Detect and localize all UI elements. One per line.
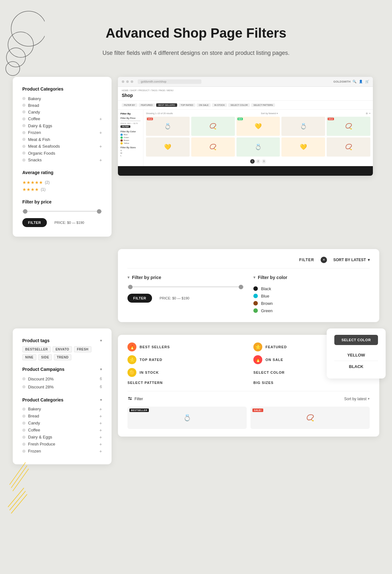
category-item-2[interactable]: Candy <box>22 421 99 425</box>
sort-by-latest[interactable]: SORT BY LATEST ▾ <box>333 258 370 262</box>
filter-price-thumb-left[interactable] <box>128 285 133 289</box>
category-item-2[interactable]: Fresh Produce <box>22 442 99 446</box>
filter-close-btn[interactable]: ✕ <box>321 257 327 263</box>
plus-icon-2[interactable]: + <box>99 428 102 433</box>
product-card-2[interactable]: 📿 <box>191 117 235 136</box>
product-card-1[interactable]: SALE 💍 <box>146 117 190 136</box>
color-option-yellow[interactable]: YELLOW <box>334 350 378 361</box>
sidebar-color-brown[interactable]: Brown <box>120 139 141 142</box>
page-3[interactable]: 3 <box>262 159 266 164</box>
filter-tag-featured[interactable]: FEATURED <box>139 103 155 107</box>
filter-tag-selectcolor[interactable]: SELECT COLOR <box>228 103 250 107</box>
campaign-item-2[interactable]: Discount 28% <box>22 385 54 389</box>
category-item[interactable]: Meat & Seafoods <box>22 144 99 149</box>
page-1[interactable]: 1 <box>250 159 255 164</box>
plus-icon[interactable]: + <box>99 158 102 163</box>
product-card-8[interactable]: 💍 <box>236 137 280 157</box>
category-item[interactable]: Snacks <box>22 158 99 162</box>
category-item-2[interactable]: Bread <box>22 414 99 418</box>
rating-row-4[interactable]: ★★★★ (1) <box>22 186 102 193</box>
product-card-9[interactable]: 💛 <box>281 137 325 157</box>
plus-icon-2[interactable]: + <box>99 449 102 454</box>
category-item-2[interactable]: Bakery <box>22 407 99 411</box>
plus-icon-2[interactable]: + <box>99 442 102 447</box>
browser-dot-1 <box>122 80 124 83</box>
filter-price-thumb-right[interactable] <box>239 285 243 289</box>
filter-tag-filterby[interactable]: FILTER BY <box>122 103 137 107</box>
plus-icon[interactable]: + <box>99 130 102 135</box>
tag-bestseller[interactable]: BESTSELLER <box>22 346 51 352</box>
tag-fresh[interactable]: FRESH <box>74 346 91 352</box>
tab-top-rated[interactable]: ⭐ TOP RATED <box>127 355 244 364</box>
list-view-icon[interactable]: ≡ <box>369 112 370 115</box>
filter-tag-instock[interactable]: IN STOCK <box>212 103 227 107</box>
tab-select-pattern[interactable]: SELECT PATTERN <box>127 381 244 385</box>
plus-icon-2[interactable]: + <box>99 421 102 426</box>
mini-product-1[interactable]: BESTSELLER 💍 <box>127 407 247 429</box>
tab-in-stock[interactable]: 🟡 IN STOCK <box>127 368 244 377</box>
sort-dropdown[interactable]: Sort by latest ▾ <box>344 397 370 401</box>
filter-button-panel1[interactable]: FILTER <box>22 218 47 227</box>
svg-line-13 <box>11 494 27 513</box>
filter-tag-onsale[interactable]: ON SALE <box>197 103 211 107</box>
category-item[interactable]: Candy <box>22 110 102 114</box>
color-option-row[interactable]: Green <box>253 307 370 314</box>
category-item-2[interactable]: Frozen <box>22 449 99 453</box>
sort-text[interactable]: Sort by Newest ▾ <box>261 112 278 115</box>
grid-view-icon[interactable]: ⊞ <box>366 112 368 115</box>
plus-icon[interactable]: + <box>99 116 102 121</box>
price-thumb-right[interactable] <box>97 209 101 214</box>
category-item[interactable]: Coffee <box>22 116 99 121</box>
price-thumb-left[interactable] <box>23 209 27 214</box>
sidebar-color-blue[interactable]: Blue <box>120 134 141 136</box>
sidebar-color-green[interactable]: Green <box>120 136 141 139</box>
cart-icon[interactable]: 🛒 <box>365 80 369 83</box>
category-item-2[interactable]: Coffee <box>22 428 99 432</box>
filter-tag-selectpattern[interactable]: SELECT PATTERN <box>251 103 275 107</box>
tag-side[interactable]: SIDE <box>38 354 52 360</box>
user-icon[interactable]: 👤 <box>359 80 363 83</box>
tag-trend[interactable]: TREND <box>54 354 71 360</box>
plus-icon[interactable]: + <box>99 144 102 149</box>
product-card-5[interactable]: SALE 📿 <box>327 117 370 136</box>
color-option-black[interactable]: BLACK <box>334 361 378 372</box>
filter-tag-toprated[interactable]: TOP RATED <box>178 103 195 107</box>
category-item[interactable]: Organic Foods <box>22 151 102 156</box>
category-item[interactable]: Bakery <box>22 96 102 101</box>
category-item-2[interactable]: Dairy & Eggs <box>22 435 99 439</box>
tag-envato[interactable]: ENVATO <box>53 346 72 352</box>
product-card-6[interactable]: 💛 <box>146 137 190 157</box>
tab-best-sellers[interactable]: 🔥 BEST SELLERS <box>127 342 244 351</box>
search-icon[interactable]: 🔍 <box>352 80 356 83</box>
plus-icon-2[interactable]: + <box>99 414 102 419</box>
category-item[interactable]: Frozen <box>22 130 99 135</box>
filter-icon-btn[interactable]: Filter <box>127 396 143 401</box>
color-option-row[interactable]: Blue <box>253 292 370 300</box>
tag-nine[interactable]: NINE <box>22 354 36 360</box>
category-item[interactable]: Bread <box>22 103 102 108</box>
top-rated-label: TOP RATED <box>140 358 162 362</box>
sidebar-filter-btn[interactable]: FILTER <box>120 125 130 128</box>
size-l[interactable]: L <box>120 155 141 157</box>
page-2[interactable]: 2 <box>256 159 260 164</box>
color-option-row[interactable]: Brown <box>253 300 370 307</box>
product-card-4[interactable]: 💍 <box>281 117 325 136</box>
product-card-7[interactable]: 📿 <box>191 137 235 157</box>
size-m[interactable]: M <box>120 152 141 154</box>
select-color-button[interactable]: SELECT COLOR <box>334 335 378 345</box>
campaign-item-1[interactable]: Discount 20% <box>22 377 54 381</box>
product-card-3[interactable]: NEW 💛 <box>236 117 280 136</box>
sidebar-color-yellow[interactable]: Yellow <box>120 142 141 144</box>
mini-product-2[interactable]: SALE! 📿 <box>250 407 370 429</box>
rating-row-5[interactable]: ★★★★★ (2) <box>22 179 102 186</box>
product-card-10[interactable]: 📿 <box>327 137 370 157</box>
size-s[interactable]: S <box>120 150 141 151</box>
category-item[interactable]: Dairy & Eggs <box>22 123 102 128</box>
plus-icon-2[interactable]: + <box>99 407 102 412</box>
color-option-row[interactable]: Black <box>253 285 370 292</box>
filter-btn-main[interactable]: FILTER <box>127 294 152 303</box>
filter-tag-bestsellers[interactable]: BEST SELLERS <box>156 103 177 107</box>
plus-icon-2[interactable]: + <box>99 435 102 440</box>
tab-big-sizes[interactable]: BIG SIZES <box>253 381 370 385</box>
category-item[interactable]: Meat & Fish <box>22 137 102 142</box>
